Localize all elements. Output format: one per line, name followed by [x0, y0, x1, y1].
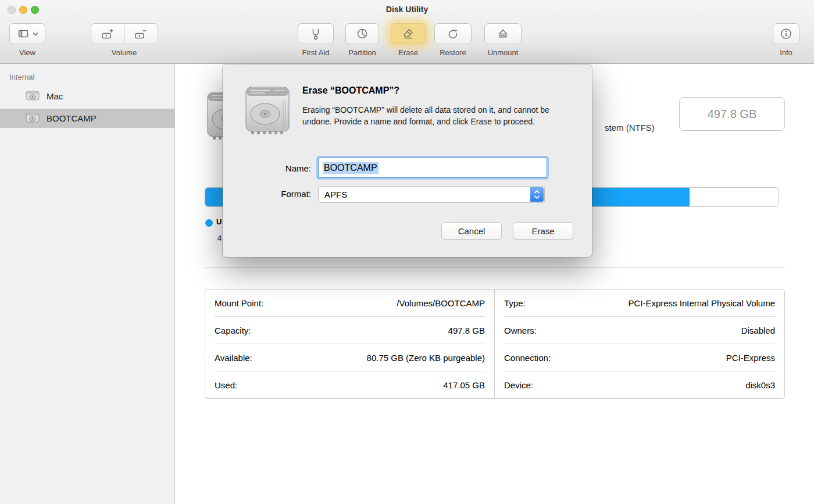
window-title: Disk Utility — [0, 5, 814, 14]
erase-dialog: Erase “BOOTCAMP”? Erasing “BOOTCAMP” wil… — [223, 65, 592, 257]
disk-icon — [26, 113, 40, 124]
detail-value: 497.8 GB — [448, 326, 485, 335]
first-aid-label: First Aid — [302, 48, 330, 57]
detail-value: 80.75 GB (Zero KB purgeable) — [367, 353, 485, 363]
stepper-arrows-icon — [530, 187, 544, 202]
view-button[interactable] — [9, 23, 45, 44]
dialog-buttons: Cancel Erase — [441, 222, 573, 240]
info-label: Info — [780, 48, 792, 57]
table-row: Type: PCI-Express Internal Physical Volu… — [504, 289, 775, 317]
disk-icon — [26, 91, 40, 102]
dialog-disk-icon — [242, 80, 292, 137]
volume-label: Volume — [112, 48, 137, 57]
unmount-label: Unmount — [488, 48, 519, 57]
table-row: Mount Point: /Volumes/BOOTCAMP — [215, 289, 485, 317]
sidebar-item-label: Mac — [47, 91, 63, 101]
remove-volume-button[interactable] — [124, 23, 158, 44]
dialog-message: Erasing “BOOTCAMP” will delete all data … — [302, 104, 565, 127]
name-label: Name: — [223, 163, 311, 173]
restore-tool: Restore — [431, 23, 474, 57]
sidebar-item-label: BOOTCAMP — [47, 113, 97, 123]
section-divider — [205, 267, 785, 268]
detail-label: Mount Point: — [215, 298, 263, 308]
window-header: Disk Utility View — [0, 0, 814, 64]
restore-arrow-icon — [447, 27, 459, 40]
partition-button[interactable] — [345, 23, 379, 44]
stethoscope-icon — [309, 27, 322, 40]
name-input[interactable]: BOOTCAMP — [318, 158, 547, 178]
detail-label: Owners: — [504, 326, 537, 335]
detail-value: PCI-Express Internal Physical Volume — [628, 298, 775, 308]
size-badge: 497.8 GB — [679, 97, 785, 131]
cancel-button[interactable]: Cancel — [441, 222, 502, 240]
disk-utility-window: Disk Utility View — [0, 0, 814, 504]
remove-volume-icon — [134, 27, 148, 40]
legend-used-dot — [205, 219, 213, 227]
add-volume-icon — [101, 27, 115, 40]
partition-label: Partition — [348, 48, 376, 57]
detail-label: Type: — [504, 298, 526, 308]
detail-label: Capacity: — [215, 326, 251, 335]
detail-value: Disabled — [741, 326, 775, 335]
info-tool: Info — [769, 23, 804, 57]
erase-confirm-button[interactable]: Erase — [513, 222, 573, 240]
name-input-selected-text: BOOTCAMP — [323, 162, 379, 174]
erase-label: Erase — [398, 48, 418, 57]
titlebar: Disk Utility — [0, 0, 814, 20]
unmount-tool: Unmount — [479, 23, 527, 57]
format-selected-value: APFS — [324, 190, 347, 199]
table-row: Owners: Disabled — [504, 317, 775, 344]
erase-button[interactable] — [391, 23, 426, 44]
detail-label: Used: — [215, 380, 237, 390]
legend-used-label: U — [216, 217, 222, 226]
detail-label: Connection: — [504, 353, 551, 363]
detail-label: Available: — [215, 353, 252, 363]
chevron-down-icon — [33, 32, 38, 36]
info-icon — [780, 27, 792, 40]
partition-icon — [356, 27, 369, 40]
add-volume-button[interactable] — [91, 23, 124, 44]
table-row: Device: disk0s3 — [504, 371, 775, 399]
sidebar-item-bootcamp[interactable]: BOOTCAMP — [0, 109, 174, 128]
volume-details-table: Mount Point: /Volumes/BOOTCAMP Capacity:… — [205, 289, 785, 399]
erase-tool: Erase — [388, 23, 429, 57]
restore-label: Restore — [440, 48, 466, 57]
detail-value: 417.05 GB — [443, 380, 485, 390]
sidebar: Internal Mac BOOTCAMP — [0, 64, 175, 504]
detail-value: /Volumes/BOOTCAMP — [397, 298, 485, 308]
eraser-icon — [402, 27, 415, 40]
table-row: Used: 417.05 GB — [215, 371, 485, 399]
view-label: View — [19, 48, 35, 57]
dialog-title: Erase “BOOTCAMP”? — [302, 85, 399, 96]
sidebar-layout-icon — [17, 27, 30, 40]
first-aid-button[interactable] — [298, 23, 334, 44]
partition-tool: Partition — [341, 23, 384, 57]
filesystem-label: stem (NTFS) — [605, 123, 655, 133]
detail-label: Device: — [504, 380, 533, 390]
detail-value: PCI-Express — [726, 353, 775, 363]
eject-icon — [497, 27, 509, 40]
table-row: Connection: PCI-Express — [504, 344, 775, 371]
view-tool: View — [9, 23, 45, 57]
first-aid-tool: First Aid — [294, 23, 338, 57]
unmount-button[interactable] — [484, 23, 522, 44]
table-row: Available: 80.75 GB (Zero KB purgeable) — [215, 344, 485, 371]
format-label: Format: — [223, 189, 311, 199]
table-row: Capacity: 497.8 GB — [215, 317, 485, 344]
format-select[interactable]: APFS — [318, 186, 545, 203]
detail-value: disk0s3 — [745, 380, 775, 390]
sidebar-section-internal: Internal — [9, 73, 174, 81]
restore-button[interactable] — [434, 23, 472, 44]
info-button[interactable] — [773, 23, 799, 44]
legend-used-value: 4 — [217, 234, 222, 242]
sidebar-item-mac[interactable]: Mac — [0, 87, 174, 106]
volume-tool: Volume — [90, 23, 158, 57]
